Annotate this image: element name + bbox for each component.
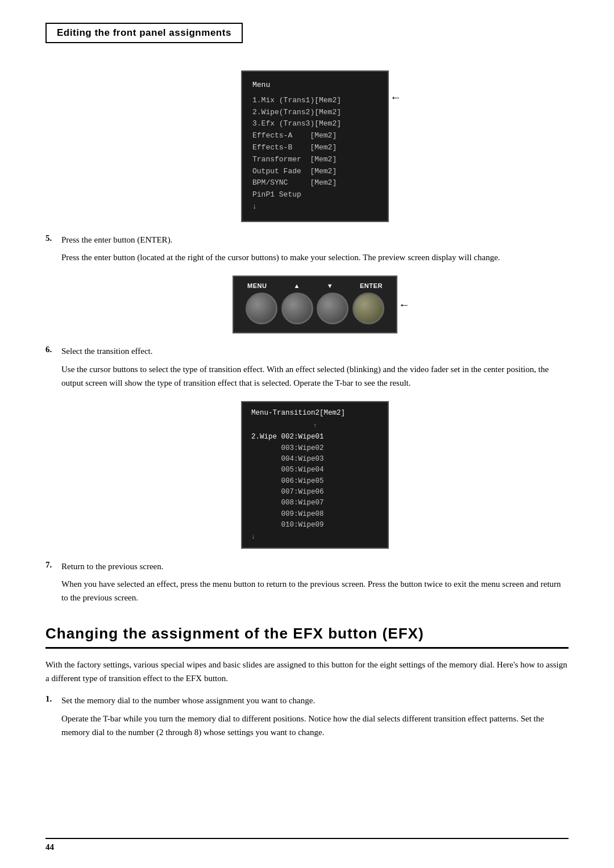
page-number: 44 xyxy=(45,842,54,852)
menu-screen-title: Menu xyxy=(252,80,377,91)
btn-enter[interactable] xyxy=(352,293,384,324)
trans-arrow-down: ↓ xyxy=(251,532,379,542)
label-up: ▲ xyxy=(293,282,300,289)
button-panel: MENU ▲ ▼ ENTER xyxy=(233,276,397,333)
trans-item-8: 009:Wipe08 xyxy=(251,509,379,520)
label-enter: ENTER xyxy=(360,282,383,289)
menu-item-5: Effects-B [Mem2] xyxy=(252,142,377,154)
step-7-subtext: When you have selected an effect, press … xyxy=(61,577,569,604)
menu-item-7: Output Fade [Mem2] xyxy=(252,166,377,178)
step-5: 5. Press the enter button (ENTER). xyxy=(45,233,569,247)
step-5-subtext: Press the enter button (located at the r… xyxy=(61,251,569,264)
btn-menu[interactable] xyxy=(246,293,277,324)
trans-item-3: 004:Wipe03 xyxy=(251,454,379,465)
trans-item-7: 008:Wipe07 xyxy=(251,498,379,508)
chapter-step-1: 1. Set the memory dial to the number who… xyxy=(45,694,569,707)
menu-screen-container: Menu 1.Mix (Trans1)[Mem2] 2.Wipe(Trans2)… xyxy=(61,70,569,222)
button-panel-labels: MENU ▲ ▼ ENTER xyxy=(242,282,388,289)
trans-item-4: 005:Wipe04 xyxy=(251,465,379,475)
panel-arrow-right: ← xyxy=(399,298,410,311)
button-panel-circles xyxy=(242,293,388,324)
trans-item-1: 2.Wipe 002:Wipe01 xyxy=(251,432,379,443)
step-6-subtext: Use the cursor buttons to select the typ… xyxy=(61,362,569,390)
trans-item-2: 003:Wipe02 xyxy=(251,443,379,454)
trans-screen: Menu-Transition2[Mem2] ↑ 2.Wipe 002:Wipe… xyxy=(241,401,389,549)
chapter-step-1-number: 1. xyxy=(45,694,61,704)
button-panel-container: MENU ▲ ▼ ENTER ← xyxy=(61,276,569,333)
step-5-text: Press the enter button (ENTER). xyxy=(61,233,569,247)
menu-item-2: 2.Wipe(Trans2)[Mem2] xyxy=(252,107,377,119)
step-7-text: Return to the previous screen. xyxy=(61,560,569,573)
menu-item-4: Effects-A [Mem2] xyxy=(252,130,377,142)
menu-item-6: Transformer [Mem2] xyxy=(252,154,377,166)
section-heading-text: Editing the front panel assignments xyxy=(57,27,231,38)
menu-item-down: ↓ xyxy=(252,201,377,213)
step-7: 7. Return to the previous screen. xyxy=(45,560,569,573)
btn-down[interactable] xyxy=(317,293,349,324)
step-6-number: 6. xyxy=(45,345,61,354)
menu-item-3: 3.Efx (Trans3)[Mem2] xyxy=(252,118,377,130)
footer: 44 xyxy=(45,838,569,852)
menu-screen: Menu 1.Mix (Trans1)[Mem2] 2.Wipe(Trans2)… xyxy=(241,70,389,222)
step-6: 6. Select the transition effect. xyxy=(45,345,569,358)
menu-item-8: BPM/SYNC [Mem2] xyxy=(252,177,377,189)
chapter-step-1-text: Set the memory dial to the number whose … xyxy=(61,694,569,707)
label-down: ▼ xyxy=(327,282,333,289)
trans-item-6: 007:Wipe06 xyxy=(251,487,379,498)
chapter-step-1-subtext: Operate the T-bar while you turn the mem… xyxy=(61,712,569,739)
chapter-heading: Changing the assignment of the EFX butto… xyxy=(45,625,569,649)
menu-item-9: PinP1 Setup xyxy=(252,189,377,201)
menu-item-1: 1.Mix (Trans1)[Mem2] xyxy=(252,95,377,107)
trans-item-9: 010:Wipe09 xyxy=(251,520,379,531)
menu-arrow-right: ← xyxy=(390,91,401,104)
btn-up[interactable] xyxy=(281,293,313,324)
trans-screen-title: Menu-Transition2[Mem2] xyxy=(251,408,379,419)
label-menu: MENU xyxy=(247,282,267,289)
step-6-text: Select the transition effect. xyxy=(61,345,569,358)
step-5-number: 5. xyxy=(45,233,61,243)
trans-item-5: 006:Wipe05 xyxy=(251,476,379,487)
section-heading-box: Editing the front panel assignments xyxy=(45,23,243,43)
trans-screen-container: Menu-Transition2[Mem2] ↑ 2.Wipe 002:Wipe… xyxy=(61,401,569,549)
trans-arrow-up: ↑ xyxy=(251,421,379,431)
chapter-intro: With the factory settings, various speci… xyxy=(45,658,569,685)
step-7-number: 7. xyxy=(45,560,61,570)
